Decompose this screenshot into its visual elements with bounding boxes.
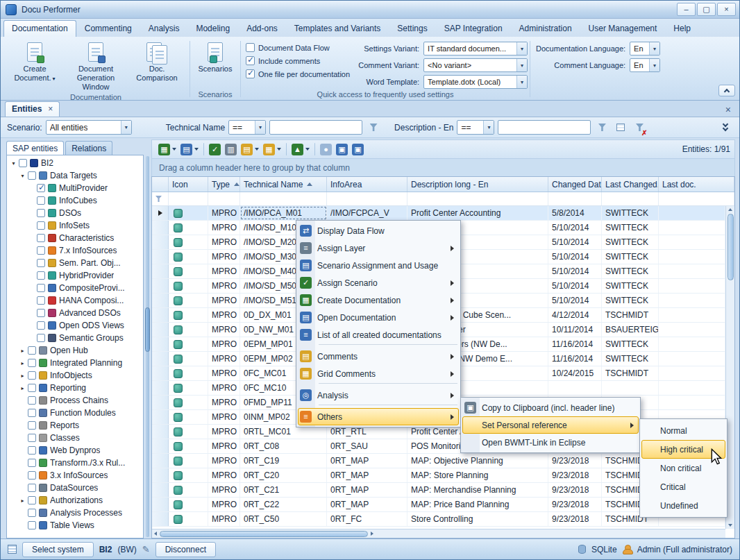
ribbon-tab[interactable]: Add-ons [238, 20, 286, 37]
column-header-technical-name[interactable]: Technical Name [240, 177, 327, 192]
select-system-button[interactable]: Select system [22, 542, 94, 557]
tree-checkbox[interactable] [28, 521, 36, 529]
tree-item[interactable]: HybridProvider [7, 269, 143, 282]
tree-checkbox[interactable] [19, 159, 27, 167]
tree-checkbox[interactable] [37, 296, 45, 305]
menu-item-scenario-assignment-and-usage[interactable]: ▤ Scenario Assignment and Usage [298, 257, 459, 274]
scroll-up-icon[interactable] [728, 208, 732, 211]
horizontal-scroll-thumb[interactable] [160, 531, 368, 537]
tree-checkbox[interactable] [37, 246, 45, 255]
column-header-last-changed[interactable]: Last Changed... [602, 177, 659, 192]
maximize-button[interactable]: ▢ [697, 3, 716, 16]
variant-select[interactable]: Template.dotx (Local) [423, 75, 528, 89]
tree-item[interactable]: ▸ Open Hub [7, 344, 143, 357]
vertical-scroll-thumb[interactable] [728, 214, 734, 280]
splitter-grip[interactable] [145, 307, 150, 352]
menu-item-comments[interactable]: ▤ Comments [298, 348, 459, 365]
menu-item-open-documentation[interactable]: ▤ Open Documentation [298, 309, 459, 326]
menu-item-assign-layer[interactable]: ≡ Assign Layer [298, 239, 459, 257]
minimize-button[interactable]: – [677, 3, 696, 16]
menu-item-critical[interactable]: Critical [641, 477, 725, 496]
scroll-left-icon[interactable] [154, 532, 157, 536]
create-document-button[interactable]: Create Document. [4, 38, 65, 83]
tree-checkbox[interactable] [28, 496, 36, 504]
tree-item[interactable]: ▸ Reporting [7, 382, 143, 394]
tree-item[interactable]: ▸ InfoObjects [7, 369, 143, 382]
expander-icon[interactable]: ▸ [19, 360, 26, 366]
tree-item[interactable]: MultiProvider [7, 182, 143, 194]
expander-icon[interactable]: ▾ [10, 160, 17, 167]
tab-entities[interactable]: Entities × [5, 101, 60, 117]
toolbar-button[interactable] [203, 143, 204, 155]
menu-item-undefined[interactable]: Undefined [641, 496, 725, 515]
tree-checkbox[interactable] [37, 284, 45, 292]
language-select[interactable]: En [630, 58, 660, 72]
tab-close-icon[interactable]: × [48, 104, 53, 114]
tree-item[interactable]: Reports [7, 419, 143, 432]
clear-filter-button[interactable]: ✗ [632, 120, 647, 135]
tree-item[interactable]: Analysis Processes [7, 507, 143, 519]
tree-item[interactable]: ▸ Integrated Planning [7, 357, 143, 369]
menu-item-assign-scenario[interactable]: ✓ Assign Scenario [298, 274, 459, 291]
tree-checkbox[interactable] [37, 184, 45, 192]
expander-icon[interactable]: ▸ [19, 385, 26, 391]
menu-item[interactable] [319, 405, 457, 407]
tree-checkbox[interactable] [28, 359, 36, 367]
tree-item[interactable]: Function Modules [7, 407, 143, 419]
grid-comments-icon[interactable]: ▦ [261, 142, 283, 157]
ribbon-tab[interactable]: User Management [580, 20, 666, 37]
menu-item-display-data-flow[interactable]: ⇄ Display Data Flow [298, 222, 459, 239]
tree-checkbox[interactable] [37, 209, 45, 217]
left-panel-tab[interactable]: Relations [65, 141, 112, 155]
tree-item[interactable]: CompositeProvi... [7, 282, 143, 294]
menu-item-analysis[interactable]: ◎ Analysis [298, 387, 459, 404]
expander-icon[interactable]: ▸ [19, 373, 26, 379]
tree-item[interactable]: Sem. Part. Obj... [7, 257, 143, 269]
panel-close-icon[interactable]: × [721, 104, 735, 117]
tree-item[interactable]: 3.x InfoSources [7, 469, 143, 482]
analysis-chart-icon[interactable]: ▲ [289, 142, 312, 157]
tree-item[interactable]: InfoSets [7, 219, 143, 232]
scenarios-button[interactable]: Scenarios [192, 38, 238, 74]
tree-item[interactable]: DataSources [7, 482, 143, 494]
tree-item[interactable]: Process Chains [7, 394, 143, 407]
tree-checkbox[interactable] [28, 459, 36, 467]
menu-item-others[interactable]: ≡ Others [298, 408, 459, 425]
ribbon-tab[interactable]: Modeling [187, 20, 238, 37]
tree-checkbox[interactable] [28, 484, 36, 492]
toolbar-button[interactable] [286, 143, 287, 155]
left-panel-tab[interactable]: SAP entities [6, 141, 64, 155]
ribbon-checkbox[interactable]: One file per documentation [246, 69, 350, 78]
tree-checkbox[interactable] [37, 234, 45, 242]
grid-filter-row[interactable] [152, 192, 734, 206]
tree-item[interactable]: ▾ Data Targets [7, 169, 143, 182]
tree-item[interactable]: Semantic Groups [7, 332, 143, 344]
menu-item[interactable] [319, 383, 457, 386]
tree-checkbox[interactable] [28, 409, 36, 417]
doc-comparison-button[interactable]: Doc. Comparison [126, 38, 187, 83]
horizontal-scrollbar[interactable] [152, 529, 725, 538]
tree-item[interactable]: Classes [7, 432, 143, 444]
tree-item[interactable]: Transform./3.x Rul... [7, 457, 143, 469]
close-button[interactable]: × [717, 3, 736, 16]
tree-item[interactable]: InfoCubes [7, 194, 143, 207]
edit-connection-icon[interactable]: ✎ [142, 544, 150, 554]
tree-item[interactable]: 7.x InfoSources [7, 244, 143, 257]
assign-scenario-icon[interactable]: ✓ [207, 142, 223, 157]
tree-checkbox[interactable] [28, 384, 36, 392]
filter-editor-button[interactable] [613, 120, 628, 135]
description-filter-button[interactable] [594, 120, 609, 135]
menu-item-normal[interactable]: Normal [641, 421, 725, 440]
tree-checkbox[interactable] [28, 471, 36, 480]
ribbon-tab[interactable]: Settings [389, 20, 435, 37]
scroll-down-icon[interactable] [728, 524, 732, 527]
description-operator-select[interactable]: == [457, 120, 494, 135]
export-grid-icon[interactable]: ▣ [350, 142, 366, 157]
expander-icon[interactable]: ▸ [19, 498, 26, 504]
column-header-description[interactable]: Description long - En [407, 177, 548, 192]
table-row[interactable]: MPRO /IMO/PCA_M01 /IMO/FCPCA_V Profit Ce… [152, 206, 725, 221]
tree-item[interactable]: Characteristics [7, 232, 143, 244]
variant-select[interactable]: <No variant> [423, 58, 528, 72]
menu-item-open-bwmt-link-in-eclipse[interactable]: Open BWMT-Link in Eclipse [462, 434, 639, 451]
ribbon-tab[interactable]: SAP Integration [436, 20, 511, 37]
